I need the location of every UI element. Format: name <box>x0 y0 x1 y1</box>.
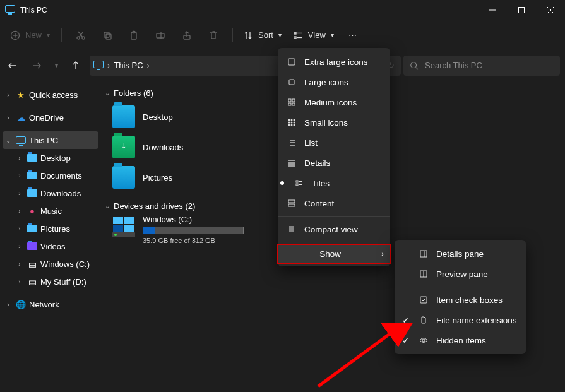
svg-point-38 <box>294 124 295 126</box>
folder-icon <box>27 172 38 179</box>
sidebar-item-this-pc[interactable]: ⌄ This PC <box>3 131 98 149</box>
icon-lg <box>287 78 297 86</box>
sidebar-item-mystuff-d[interactable]: ›🖴My Stuff (D:) <box>0 273 101 290</box>
recent-locations-button[interactable]: ▾ <box>51 56 62 76</box>
chevron-right-icon[interactable]: › <box>15 208 24 215</box>
sidebar-item-network[interactable]: › 🌐 Network <box>0 295 101 313</box>
svg-rect-27 <box>292 99 295 102</box>
icon-details <box>287 158 297 167</box>
svg-rect-12 <box>106 34 111 39</box>
up-button[interactable] <box>66 56 86 76</box>
star-icon: ★ <box>15 90 27 100</box>
chevron-right-icon[interactable]: › <box>15 278 24 285</box>
menu-content[interactable]: Content <box>278 193 390 213</box>
new-button[interactable]: New ▾ <box>8 24 54 47</box>
svg-rect-24 <box>288 59 295 65</box>
sidebar-label: My Stuff (D:) <box>40 277 86 287</box>
svg-rect-28 <box>288 103 291 105</box>
drive-icon: 🖴 <box>27 277 38 287</box>
chevron-down-icon[interactable]: ⌄ <box>4 137 13 144</box>
chevron-right-icon[interactable]: › <box>4 92 13 98</box>
sidebar-item-desktop[interactable]: ›Desktop <box>0 149 101 167</box>
menu-label: Medium icons <box>304 98 357 107</box>
menu-small-icons[interactable]: Small icons <box>278 112 390 133</box>
toolbar: New ▾ Sort ▾ View ▾ ⋯ <box>0 20 565 50</box>
chevron-right-icon[interactable]: › <box>4 114 13 121</box>
folder-icon <box>27 189 38 197</box>
sidebar-item-documents[interactable]: ›Documents <box>0 167 101 184</box>
chevron-right-icon[interactable]: › <box>15 243 24 250</box>
svg-rect-26 <box>288 99 291 102</box>
search-input[interactable] <box>425 61 554 70</box>
cut-button[interactable] <box>69 24 92 47</box>
drive-usage-bar <box>143 227 244 234</box>
this-pc-icon <box>5 5 15 15</box>
file-icon <box>419 316 429 324</box>
forward-button[interactable] <box>27 56 47 76</box>
sidebar-item-windows-c[interactable]: ›🖴Windows (C:) <box>0 255 101 273</box>
sidebar-item-music[interactable]: ›●Music <box>0 202 101 220</box>
sidebar-item-onedrive[interactable]: › ☁ OneDrive <box>0 109 101 126</box>
chevron-right-icon[interactable]: › <box>15 225 24 232</box>
view-button[interactable]: View ▾ <box>289 24 338 47</box>
menu-tiles[interactable]: Tiles <box>278 173 390 193</box>
delete-button[interactable] <box>202 24 225 47</box>
show-submenu: Details pane Preview pane Item check box… <box>395 240 526 354</box>
close-button[interactable] <box>536 0 565 20</box>
folder-icon <box>112 136 135 158</box>
chevron-right-icon[interactable]: › <box>15 155 24 162</box>
maximize-button[interactable] <box>507 0 536 20</box>
menu-item-check-boxes[interactable]: Item check boxes <box>395 290 526 310</box>
sidebar-item-downloads[interactable]: ›Downloads <box>0 184 101 202</box>
chevron-down-icon: ▾ <box>47 32 50 39</box>
folder-icon <box>27 242 38 250</box>
menu-show[interactable]: Show › <box>277 244 391 264</box>
sidebar-item-quick-access[interactable]: › ★ Quick access <box>0 86 101 104</box>
chevron-right-icon[interactable]: › <box>147 61 150 70</box>
copy-button[interactable] <box>96 24 119 47</box>
menu-extra-large-icons[interactable]: Extra large icons <box>278 52 390 72</box>
search-box[interactable] <box>403 56 560 76</box>
back-button[interactable] <box>3 56 23 76</box>
svg-rect-51 <box>288 204 295 206</box>
network-icon: 🌐 <box>15 300 27 309</box>
menu-preview-pane[interactable]: Preview pane <box>395 264 526 284</box>
breadcrumb-location[interactable]: This PC <box>114 61 143 70</box>
share-button[interactable] <box>175 24 198 47</box>
chevron-right-icon[interactable]: › <box>15 261 24 268</box>
chevron-right-icon[interactable]: › <box>15 172 24 179</box>
folder-icon <box>112 166 135 189</box>
menu-list[interactable]: List <box>278 133 390 153</box>
menu-label: Show <box>287 249 374 259</box>
svg-rect-57 <box>420 251 427 257</box>
chevron-down-icon: ▾ <box>331 32 334 39</box>
rename-button[interactable] <box>149 24 172 47</box>
svg-point-35 <box>294 122 295 124</box>
menu-large-icons[interactable]: Large icons <box>278 72 390 92</box>
sort-button[interactable]: Sort ▾ <box>241 24 285 47</box>
menu-separator <box>278 242 390 242</box>
more-button[interactable]: ⋯ <box>342 24 364 47</box>
svg-line-23 <box>416 67 419 69</box>
sidebar-label: This PC <box>29 136 58 145</box>
chevron-right-icon[interactable]: › <box>4 301 13 308</box>
menu-label: Content <box>304 199 334 208</box>
menu-medium-icons[interactable]: Medium icons <box>278 92 390 112</box>
paste-button[interactable] <box>122 24 145 47</box>
chevron-right-icon[interactable]: › <box>15 190 24 197</box>
menu-file-extensions[interactable]: ✓File name extensions <box>395 310 526 330</box>
icon-compact <box>287 225 297 234</box>
menu-label: Preview pane <box>436 270 488 279</box>
svg-rect-11 <box>104 32 109 37</box>
menu-hidden-items[interactable]: ✓Hidden items <box>395 330 526 350</box>
sidebar-item-videos[interactable]: ›Videos <box>0 237 101 255</box>
minimize-button[interactable] <box>478 0 507 20</box>
menu-details-pane[interactable]: Details pane <box>395 244 526 264</box>
menu-label: Large icons <box>304 78 348 87</box>
menu-details[interactable]: Details <box>278 153 390 173</box>
svg-point-36 <box>288 124 290 126</box>
sidebar-item-pictures[interactable]: ›Pictures <box>0 220 101 237</box>
menu-compact-view[interactable]: Compact view <box>278 219 390 239</box>
svg-rect-29 <box>292 103 295 105</box>
sort-label: Sort <box>258 30 273 40</box>
